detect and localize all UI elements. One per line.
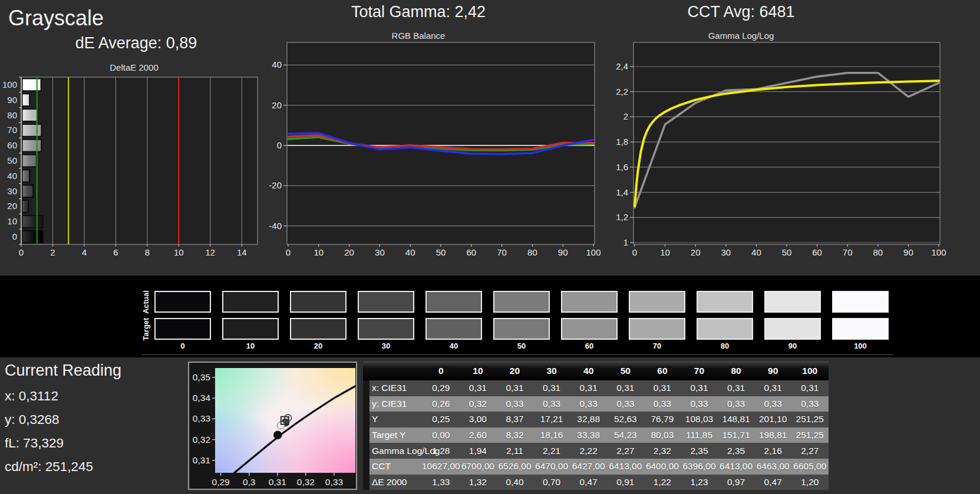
swatch-level-label: 100 [832,342,889,350]
table-cell: 0,33 [644,396,681,412]
table-cell: 111,85 [681,427,718,443]
plot-area [21,77,258,244]
table-cell: 0,31 [681,380,718,396]
target-swatch-40 [425,318,482,340]
table-cell: 0,33 [533,396,570,412]
target-swatch-10 [222,318,279,340]
target-swatch-50 [493,318,550,340]
table-cell: 0,31 [718,380,755,396]
cie-gradient-plot [215,368,355,473]
table-column-header: 60 [644,361,681,380]
x-tick-label: 10 [314,247,324,257]
target-swatch-30 [358,318,414,340]
swatch-level-label: 30 [358,342,414,350]
table-cell: 0,33 [754,396,791,412]
table-cell: 0,31 [607,380,644,396]
table-cell: 0,47 [754,475,791,490]
table-row: x: CIE310,290,310,310,310,310,310,310,31… [363,380,829,396]
y-tick-label: -20 [269,180,282,190]
table-row-label: x: CIE31 [372,380,407,396]
table-cell: 2,21 [533,443,570,459]
swatch-level-label: 50 [493,342,550,350]
current-reading-title: Current Reading [5,362,121,380]
table-column-header: 100 [791,361,829,380]
table-cell: 0,70 [533,475,570,490]
table-cell: 2,22 [570,443,607,459]
table-column-header: 10 [460,361,497,380]
x-tick-label: 60 [466,247,476,257]
measurement-table: 0102030405060708090100x: CIE310,290,310,… [363,361,829,490]
table-cell: 1,32 [460,475,497,490]
swatch-level-label: 40 [425,342,482,350]
deltae-bar-30 [22,185,34,197]
swatch-underline [141,354,893,355]
swatch-level-label: 20 [290,342,347,350]
reading-cdm2-value: cd/m²: 251,245 [5,459,93,475]
table-row: Gamma Log/Log1,281,942,112,212,222,272,3… [363,443,829,459]
x-tick-label: 10 [660,247,670,257]
x-tick-label: 90 [558,247,568,257]
actual-swatch-40 [425,291,482,313]
deltae-bar-80 [22,109,38,121]
x-tick-label: 80 [873,247,883,257]
x-tick-label: 14 [237,247,247,257]
table-row: Y0,253,008,3717,2132,8852,6376,79108,031… [363,412,829,427]
x-tick-label: 70 [497,247,507,257]
table-cell: 2,35 [718,443,755,459]
deltae-bar-60 [22,140,42,152]
table-column-header: 0 [423,361,460,380]
actual-swatch-100 [832,291,889,313]
table-cell: 148,81 [718,412,755,427]
x-tick-label: 0 [19,247,24,257]
category-label: 50 [7,155,17,165]
table-cell: 108,03 [681,412,718,427]
page-title: Grayscale [8,6,104,31]
table-cell: 2,32 [644,443,681,459]
table-cell: 6413,00 [607,459,644,475]
target-swatch-0 [154,318,211,340]
swatch-level-label: 60 [561,342,618,350]
table-cell: 8,32 [496,427,533,443]
table-cell: 0,31 [791,380,829,396]
table-row-gutter [363,427,369,443]
cct-average-readout: CCT Avg: 6481 [601,3,881,21]
reading-fl-value: fL: 73,329 [5,436,64,451]
table-cell: 6463,00 [754,459,791,475]
table-cell: 251,25 [791,412,829,427]
table-cell: 80,03 [644,427,681,443]
table-row: Target Y0,002,608,3218,1633,3854,2380,03… [363,427,829,443]
table-column-header: 20 [496,361,533,380]
table-cell: 0,33 [681,396,718,412]
table-cell: 18,16 [533,427,570,443]
x-tick-label: 50 [782,247,792,257]
deltae-bar-50 [22,155,37,167]
table-cell: 0,26 [423,396,460,412]
table-row-gutter [363,443,369,459]
rgb-balance-chart: 40200-20-400102030405060708090100 [265,35,604,262]
table-cell: 0,91 [607,475,644,490]
de-average-readout: dE Average: 0,89 [0,34,272,52]
table-cell: 0,29 [423,380,460,396]
table-cell: 6427,00 [570,459,607,475]
actual-swatch-50 [493,291,550,313]
deltae-bar-70 [22,124,42,137]
table-row-label: CCT [372,459,391,475]
table-cell: 2,16 [754,443,791,459]
target-swatch-100 [832,318,889,340]
table-cell: 6526,00 [496,459,533,475]
table-cell: 151,71 [718,427,755,443]
category-label: 90 [7,95,17,105]
x-tick-label: 0 [632,247,637,257]
y-tick-label: 1 [623,237,628,247]
deltae-bar-0 [22,231,44,243]
category-label: 60 [7,140,17,150]
table-cell: 1,23 [681,475,718,490]
table-cell: 0,33 [570,396,607,412]
table-column-header: 50 [607,361,644,380]
table-row: y: CIE310,260,320,330,330,330,330,330,33… [363,396,829,412]
table-cell: 0,00 [423,427,460,443]
swatch-level-label: 80 [697,342,753,350]
x-tick-label: 0 [286,247,291,257]
table-column-header: 40 [570,361,607,380]
x-tick-label: 40 [405,247,415,257]
